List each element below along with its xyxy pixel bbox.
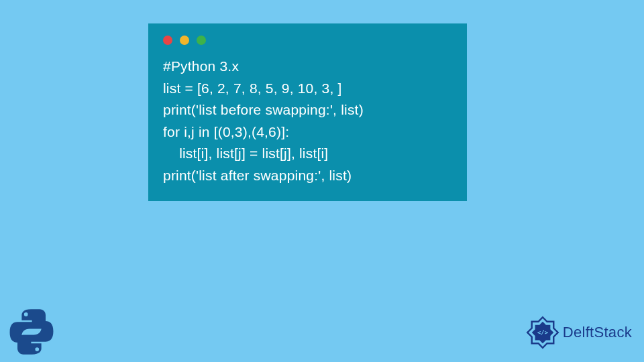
code-line-3: print('list before swapping:', list)	[163, 102, 364, 117]
code-line-5: list[i], list[j] = list[j], list[i]	[163, 145, 328, 161]
close-dot-icon	[163, 36, 172, 45]
delftstack-logo: </> DelftStack	[525, 315, 632, 350]
code-window: #Python 3.x list = [6, 2, 7, 8, 5, 9, 10…	[148, 23, 467, 201]
code-line-4: for i,j in [(0,3),(4,6)]:	[163, 124, 289, 139]
delftstack-badge-icon: </>	[525, 315, 560, 350]
code-line-1: #Python 3.x	[163, 58, 239, 74]
svg-point-0	[24, 312, 28, 316]
svg-text:</>: </>	[537, 329, 548, 336]
minimize-dot-icon	[180, 36, 189, 45]
code-block: #Python 3.x list = [6, 2, 7, 8, 5, 9, 10…	[163, 56, 452, 186]
code-line-6: print('list after swapping:', list)	[163, 168, 352, 183]
traffic-lights	[163, 36, 452, 45]
code-line-2: list = [6, 2, 7, 8, 5, 9, 10, 3, ]	[163, 80, 342, 96]
python-logo-icon	[8, 308, 55, 355]
brand-name: DelftStack	[563, 324, 632, 341]
maximize-dot-icon	[197, 36, 206, 45]
svg-point-1	[35, 347, 39, 351]
